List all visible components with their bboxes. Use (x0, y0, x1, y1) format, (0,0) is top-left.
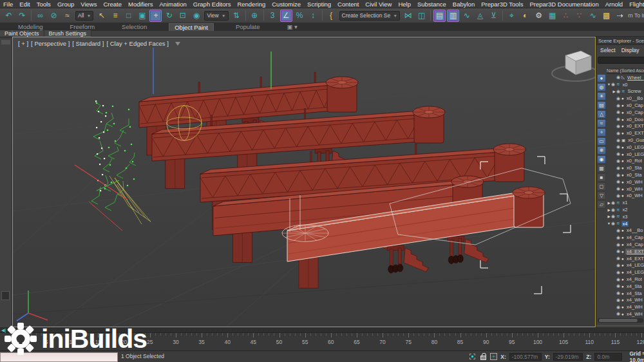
trackbar-left-arrow-icon[interactable]: ◀| (1, 327, 6, 333)
filter-helpers-icon[interactable]: △ (597, 110, 606, 119)
explorer-row-x4_wh[interactable]: ◉●x4_WH (607, 297, 644, 304)
undo-icon[interactable]: ↶ (3, 10, 15, 22)
explorer-row-x0_wh[interactable]: ◉●x0_WH (607, 178, 644, 186)
ribbon-subtab-brush-settings[interactable]: Brush Settings (44, 30, 92, 37)
viewport-3d[interactable]: [ + ] [ Perspective ] [ Standard ] [ Cla… (12, 37, 596, 327)
checker-pattern-icon[interactable]: ▩ (600, 10, 612, 22)
x-coord-field[interactable]: -100.577m (509, 353, 542, 361)
select-place-icon[interactable]: ◉ (190, 10, 202, 22)
visibility-eye-icon[interactable]: ◉ (616, 263, 620, 268)
track-bar[interactable]: ◀| (0, 327, 644, 333)
filter-containers-icon[interactable]: ▭ (597, 137, 606, 146)
use-pivot-center-icon[interactable]: ⇅ (231, 10, 243, 22)
layer-explorer-toggle-icon[interactable]: ▤ (433, 10, 446, 22)
explorer-row-x4_rot[interactable]: ◉●x4_Rot (607, 276, 644, 283)
explorer-row-x0_leg[interactable]: ◉●x0_LEG (607, 144, 644, 151)
menu-customize[interactable]: Customize (269, 1, 304, 8)
visibility-eye-icon[interactable]: ◉ (611, 200, 615, 205)
selection-filter-dropdown[interactable]: All▼ (75, 11, 93, 21)
redo-icon[interactable]: ↷ (16, 10, 28, 22)
timeline-ruler[interactable]: 5101520253035404550556065707580859095100… (0, 333, 644, 351)
selection-region-icon[interactable] (469, 352, 476, 361)
select-object-icon[interactable]: ↖ (95, 10, 108, 22)
reference-coordinate-dropdown[interactable]: View▼ (204, 11, 228, 21)
explorer-row-x4_sta[interactable]: ◉●x4_Sta (607, 283, 644, 290)
filter-particles-icon[interactable]: ❄ (597, 146, 606, 155)
visibility-eye-icon[interactable]: ◉ (616, 89, 620, 94)
menu-tools[interactable]: Tools (33, 1, 54, 8)
menu-babylon[interactable]: Babylon (450, 1, 478, 8)
ribbon-subtab-paint-objects[interactable]: Paint Objects (0, 30, 44, 37)
filter-spacewarps-icon[interactable]: ≈ (597, 119, 606, 128)
explorer-row-x0_doo[interactable]: ◉●x0_Doo (607, 116, 644, 123)
named-selection-set-dropdown[interactable]: Create Selection Se▼ (339, 11, 401, 21)
curve-editor-icon[interactable]: ∿ (460, 10, 473, 22)
menu-animation[interactable]: Animation (156, 1, 190, 8)
percent-snap-icon[interactable]: % (294, 10, 306, 22)
explorer-row-screw[interactable]: ▶◉≋Screw (607, 88, 644, 95)
display-hidden-icon[interactable]: ■ (597, 173, 606, 182)
explorer-row-x0_wh[interactable]: ◉●x0_WH (607, 186, 644, 193)
menu-prepar3d-documentation[interactable]: Prepar3D Documentation (526, 1, 601, 8)
ribbon-config-icon[interactable]: ▣ ▾ (281, 23, 302, 31)
render-iterative-icon[interactable]: ∵ (573, 10, 585, 22)
visibility-eye-icon[interactable]: ◉ (611, 82, 615, 87)
explorer-menu-display[interactable]: Display (621, 46, 639, 55)
dock-handle[interactable] (1, 40, 10, 44)
menu-rendering[interactable]: Rendering (234, 1, 269, 8)
menu-group[interactable]: Group (54, 1, 77, 8)
expand-arrow-icon[interactable]: ▼ (607, 222, 611, 225)
menu-graph-editors[interactable]: Graph Editors (190, 1, 234, 8)
menu-modifiers[interactable]: Modifiers (125, 1, 156, 8)
menu-help[interactable]: Help (395, 1, 414, 8)
scene-explorer-hscrollbar[interactable] (598, 318, 643, 323)
explorer-row-x4_leg[interactable]: ◉●x4_LEG (607, 262, 644, 269)
select-move-icon[interactable]: + (149, 10, 162, 22)
explorer-row-x4_leg[interactable]: ◉●x4_LEG (607, 269, 644, 276)
visibility-eye-icon[interactable]: ◉ (616, 173, 620, 178)
visibility-eye-icon[interactable]: ◉ (616, 242, 620, 247)
explorer-row-x3[interactable]: ▶◉≋x3 (607, 213, 644, 220)
expand-arrow-icon[interactable]: ▶ (607, 201, 611, 205)
z-coord-field[interactable]: 0.0m (594, 353, 622, 361)
filter-visibility-icon[interactable]: ◉ (597, 155, 606, 164)
align-icon[interactable]: ◫ (415, 10, 428, 22)
select-rotate-icon[interactable]: ↻ (163, 10, 175, 22)
angle-snap-icon[interactable]: ∠ (280, 10, 292, 22)
select-scale-icon[interactable]: ⊡ (176, 10, 189, 22)
schematic-view-icon[interactable]: ◬ (474, 10, 486, 22)
ribbon-tab-object-paint[interactable]: Object Paint (169, 23, 214, 32)
display-frozen-icon[interactable]: ▦ (597, 164, 606, 173)
expand-arrow-icon[interactable]: ▶ (612, 90, 616, 93)
visibility-eye-icon[interactable]: ◉ (616, 144, 620, 149)
viewcube[interactable] (552, 51, 596, 81)
explorer-row-x4_sta[interactable]: ◉●x4_Sta (607, 290, 644, 297)
mirror-icon[interactable]: ⋈ (402, 10, 414, 22)
select-link-icon[interactable]: ∞ (34, 10, 46, 22)
snaps-toggle-icon[interactable]: 3 (267, 10, 279, 22)
visibility-eye-icon[interactable]: ◉ (616, 291, 620, 296)
explorer-row-x0_wh[interactable]: ◉●x0_WH (607, 193, 644, 200)
explorer-row-x0_sta[interactable]: ◉●x0_Sta (607, 171, 644, 178)
visibility-eye-icon[interactable]: ◉ (616, 277, 620, 282)
menu-flightsim[interactable]: FlightSim (626, 1, 644, 8)
select-manipulate-icon[interactable]: ⊕ (249, 10, 261, 22)
material-editor-icon[interactable]: ◐ (519, 10, 531, 22)
visibility-eye-icon[interactable]: ◉ (616, 166, 620, 171)
explorer-menu-select[interactable]: Select (600, 46, 616, 55)
visibility-eye-icon[interactable]: ◉ (616, 186, 620, 191)
viewport-menu-general[interactable]: [ + ] (18, 40, 28, 47)
menu-scripting[interactable]: Scripting (304, 1, 334, 8)
explorer-row-x4[interactable]: ▼◉≋x4 (607, 220, 644, 227)
ribbon-toggle-icon[interactable]: ▥ (447, 10, 459, 22)
visibility-eye-icon[interactable]: ◉ (616, 158, 620, 164)
explorer-row-wheel_[interactable]: ◉◺Wheel_ (607, 74, 644, 81)
visibility-eye-icon[interactable]: ◉ (611, 207, 615, 213)
visibility-eye-icon[interactable]: ◉ (616, 193, 620, 198)
menu-file[interactable]: File (0, 1, 16, 8)
window-crossing-icon[interactable]: ▣ (136, 10, 148, 22)
visibility-eye-icon[interactable]: ◉ (616, 138, 620, 143)
visibility-eye-icon[interactable]: ◉ (616, 283, 620, 289)
filter-geometry-icon[interactable]: ● (597, 74, 606, 82)
filter-lights-icon[interactable]: ☀ (597, 92, 606, 100)
